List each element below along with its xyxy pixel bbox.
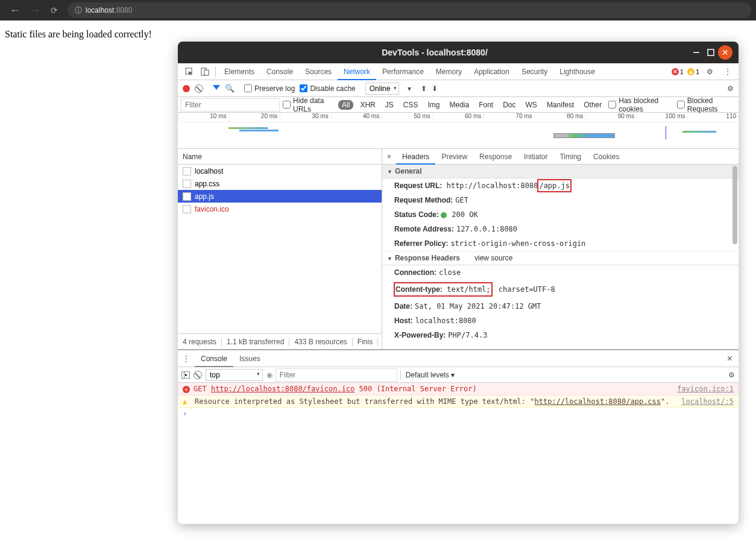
detail-tab-preview[interactable]: Preview	[435, 149, 473, 165]
filter-type-xhr[interactable]: XHR	[357, 99, 378, 110]
response-headers-title: Response Headers	[395, 254, 460, 262]
detail-tab-initiator[interactable]: Initiator	[518, 149, 553, 165]
detail-tab-cookies[interactable]: Cookies	[587, 149, 625, 165]
view-source-link[interactable]: view source	[474, 254, 512, 262]
request-row[interactable]: app.css	[178, 177, 382, 190]
upload-icon[interactable]: ⬆	[421, 84, 427, 93]
back-button[interactable]: ←	[5, 2, 25, 19]
hide-data-urls-checkbox[interactable]: Hide data URLs	[283, 96, 335, 113]
console-prompt[interactable]: ›	[178, 408, 739, 419]
request-url-a: http://localhost:8080	[447, 181, 538, 190]
filter-toggle-icon[interactable]	[213, 85, 220, 92]
disable-cache-label: Disable cache	[310, 84, 355, 93]
tab-sources[interactable]: Sources	[299, 63, 338, 80]
tab-elements[interactable]: Elements	[218, 63, 260, 80]
wf-label: 20 ms	[229, 113, 280, 122]
blocked-req-label: Blocked Requests	[687, 96, 735, 113]
preserve-log-checkbox[interactable]: Preserve log	[244, 84, 295, 93]
scrollbar[interactable]	[732, 166, 737, 244]
device-toggle-icon[interactable]	[197, 65, 213, 78]
response-headers-section[interactable]: ▼Response Headersview source	[382, 251, 739, 265]
drawer-menu-icon[interactable]: ⋮	[178, 355, 195, 363]
window-close-button[interactable]: ✕	[718, 45, 732, 60]
tab-memory[interactable]: Memory	[430, 63, 468, 80]
console-settings-icon[interactable]: ⚙	[728, 371, 735, 379]
filter-type-font[interactable]: Font	[476, 99, 496, 110]
log-text: GET	[194, 385, 211, 393]
detail-tab-timing[interactable]: Timing	[553, 149, 587, 165]
log-source-link[interactable]: favicon.ico:1	[677, 385, 734, 393]
filter-type-all[interactable]: All	[338, 100, 353, 110]
disable-cache-checkbox[interactable]: Disable cache	[300, 84, 355, 93]
log-url-link[interactable]: http://localhost:8080/app.css	[535, 397, 661, 406]
error-badge[interactable]: ✕1	[672, 68, 684, 75]
general-section-header[interactable]: ▼General	[382, 165, 739, 178]
console-warning-row[interactable]: ▲ Resource interpreted as Stylesheet but…	[178, 395, 739, 408]
inspect-element-icon[interactable]	[181, 65, 197, 78]
request-name: app.css	[195, 180, 219, 188]
request-row[interactable]: localhost	[178, 165, 382, 177]
console-error-row[interactable]: ✕ GET http://localhost:8080/favicon.ico …	[178, 383, 739, 395]
tab-performance[interactable]: Performance	[376, 63, 430, 80]
tab-security[interactable]: Security	[515, 63, 553, 80]
filter-type-doc[interactable]: Doc	[500, 99, 518, 110]
filter-type-other[interactable]: Other	[581, 99, 605, 110]
more-menu-icon[interactable]: ⋮	[720, 65, 735, 78]
window-maximize-button[interactable]	[707, 49, 714, 56]
wf-label: 70 ms	[484, 113, 535, 122]
network-toolbar: 🔍 Preserve log Disable cache Online ▾ ⬆ …	[178, 80, 739, 97]
record-button[interactable]	[183, 85, 190, 92]
filter-type-ws[interactable]: WS	[523, 99, 540, 110]
request-row-selected[interactable]: app.js	[178, 190, 382, 203]
headers-body[interactable]: ▼General Request URL: http://localhost:8…	[382, 165, 739, 349]
drawer-close-icon[interactable]: ×	[721, 353, 739, 364]
detail-tab-headers[interactable]: Headers	[396, 149, 435, 165]
blocked-cookies-checkbox[interactable]: Has blocked cookies	[608, 96, 673, 113]
filter-type-media[interactable]: Media	[446, 99, 472, 110]
devtools-title: DevTools - localhost:8080/	[184, 48, 685, 57]
forward-button[interactable]: →	[25, 2, 46, 19]
log-source-link[interactable]: localhost/:5	[681, 397, 734, 406]
network-settings-icon[interactable]: ⚙	[727, 84, 734, 93]
close-detail-icon[interactable]: ×	[382, 153, 396, 161]
blocked-requests-checkbox[interactable]: Blocked Requests	[677, 96, 735, 113]
settings-gear-icon[interactable]: ⚙	[703, 65, 717, 78]
tab-console[interactable]: Console	[260, 63, 299, 80]
wf-label: 100 ms	[637, 113, 688, 122]
filter-input[interactable]	[181, 99, 279, 111]
log-levels-select[interactable]: Default levels ▾	[400, 370, 459, 380]
console-sidebar-icon[interactable]: ▸	[181, 371, 190, 379]
live-expression-icon[interactable]: ◉	[266, 371, 272, 379]
detail-tab-response[interactable]: Response	[473, 149, 518, 165]
tab-application[interactable]: Application	[468, 63, 515, 80]
log-text: Resource interpreted as Stylesheet but t…	[195, 397, 535, 406]
tab-network[interactable]: Network	[338, 63, 376, 80]
filter-type-js[interactable]: JS	[382, 99, 397, 110]
filter-type-css[interactable]: CSS	[400, 99, 421, 110]
request-row[interactable]: favicon.ico	[178, 203, 382, 215]
reload-button[interactable]: ⟳	[46, 3, 63, 17]
tab-lighthouse[interactable]: Lighthouse	[553, 63, 601, 80]
request-list-header[interactable]: Name	[178, 149, 382, 165]
clear-button[interactable]	[195, 84, 203, 93]
address-bar[interactable]: ⓘ localhost:8080	[68, 2, 751, 18]
warning-icon: ▲	[183, 397, 191, 406]
context-select[interactable]: top	[206, 369, 263, 381]
waterfall-timeline[interactable]: 10 ms 20 ms 30 ms 40 ms 50 ms 60 ms 70 m…	[178, 113, 739, 149]
throttle-select[interactable]: Online	[365, 83, 400, 95]
warning-badge[interactable]: ▲1	[687, 68, 699, 75]
filter-type-img[interactable]: Img	[424, 99, 443, 110]
content-type-value2: charset=UTF-8	[494, 285, 555, 294]
log-url-link[interactable]: http://localhost:8080/favicon.ico	[211, 385, 354, 393]
log-text: ".	[661, 397, 669, 406]
download-icon[interactable]: ⬇	[432, 84, 438, 93]
console-filter-input[interactable]	[276, 369, 397, 381]
remote-key: Remote Address:	[394, 225, 454, 233]
site-info-icon[interactable]: ⓘ	[75, 5, 82, 16]
search-icon[interactable]: 🔍	[225, 84, 235, 93]
drawer-tab-issues[interactable]: Issues	[233, 350, 266, 367]
window-minimize-button[interactable]	[689, 45, 704, 60]
filter-type-manifest[interactable]: Manifest	[544, 99, 577, 110]
drawer-tab-console[interactable]: Console	[195, 350, 233, 367]
console-clear-icon[interactable]	[194, 371, 202, 379]
